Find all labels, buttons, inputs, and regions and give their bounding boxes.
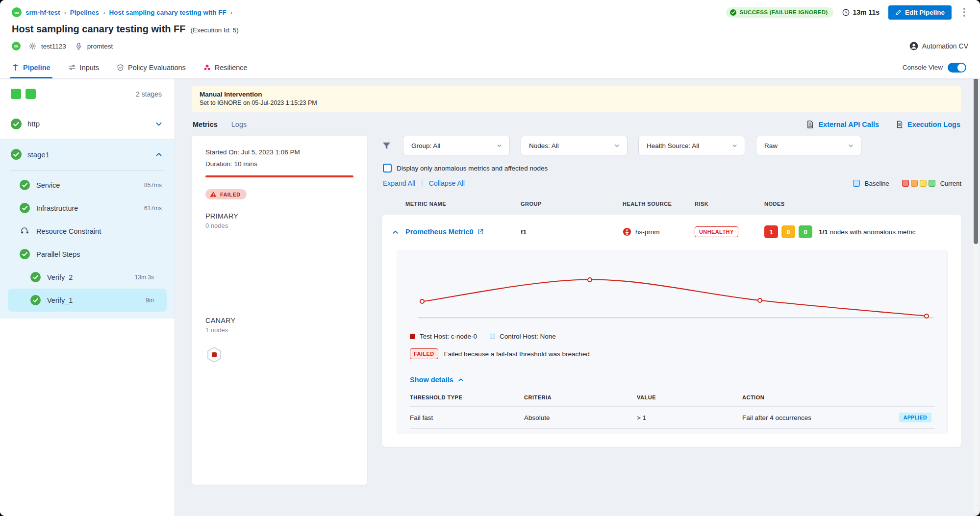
started-on: Started On: Jul 5, 2023 1:06 PM [205,148,353,156]
data-point-marker[interactable] [924,314,929,319]
sidebar-step-verify-2[interactable]: Verify_2 13m 3s [8,266,167,289]
health-source-filter-dropdown[interactable]: Health Source: All [638,136,745,155]
svg-text:API: API [808,125,812,128]
vertical-scrollbar[interactable] [973,74,979,513]
baseline-legend-label: Baseline [865,180,889,187]
metric-row-card: Prometheus Metric0 f1 hs-prom UNHEALTHY … [382,215,961,447]
current-legend-swatch-green [929,180,935,187]
metrics-analysis-panel: Group: All Nodes: All Health Source: All [382,136,961,447]
collapse-row-chevron-up-icon[interactable] [392,228,399,236]
breadcrumb-pipelines[interactable]: Pipelines [70,9,99,16]
breadcrumb-pipeline-name[interactable]: Host sampling canary testing with FF [109,9,226,16]
column-risk: RISK [695,201,764,207]
metric-health-source: hs-prom [623,227,695,236]
current-legend-swatch-red [902,180,909,187]
manual-intervention-banner: Manual Intervention Set to IGNORE on 05-… [192,86,961,112]
pencil-icon [895,9,902,16]
chart-color-legend: Baseline Current [853,180,961,187]
sidebar-step-verify-1[interactable]: Verify_1 9m [8,289,167,312]
api-document-icon: API [806,120,814,129]
breadcrumb-project[interactable]: srm-hf-test [25,9,60,16]
chevron-down-icon [496,143,503,149]
monitored-service-icon [75,42,82,50]
th-col-criteria: CRITERIA [524,394,637,406]
canary-node-count: 1 nodes [205,326,353,334]
sidebar-step-resource-constraint[interactable]: Resource Constraint [0,220,175,243]
resource-constraint-icon [20,226,30,236]
column-nodes: NODES [764,201,961,207]
show-details-toggle[interactable]: Show details [410,376,934,384]
sidebar-step-infrastructure[interactable]: Infrastructure 617ms [0,197,175,220]
data-point-marker[interactable] [587,277,592,282]
execution-logs-link[interactable]: Execution Logs [896,120,960,129]
service-name[interactable]: test1123 [41,43,66,50]
success-check-icon [30,272,41,282]
step-duration: 13m 3s [135,274,154,281]
metric-group: f1 [521,228,623,236]
app-window: ∞ srm-hf-test › Pipelines › Host samplin… [0,0,980,516]
harness-logo-icon: ∞ [12,7,22,17]
breadcrumb: ∞ srm-hf-test › Pipelines › Host samplin… [12,7,232,17]
shield-check-icon [117,64,124,72]
chevron-up-icon[interactable] [155,150,163,158]
prometheus-icon [623,227,631,236]
collapse-all-link[interactable]: Collapse All [429,179,465,187]
threshold-row: Fail fast Absolute > 1 Fail after 4 occu… [410,406,934,429]
console-view-toggle[interactable] [948,63,966,73]
threshold-criteria: Absolute [524,414,637,421]
warning-node-count-badge: 0 [781,225,795,238]
banner-text: Set to IGNORE on 05-Jul-2023 1:15:23 PM [200,99,954,106]
data-point-marker[interactable] [420,299,425,304]
more-options-menu-icon[interactable] [960,6,968,19]
current-legend-swatch-yellow [920,180,927,187]
primary-node-count: 0 nodes [205,222,353,229]
data-point-marker[interactable] [757,298,762,303]
metric-timeseries-chart [410,265,934,323]
tab-resilience[interactable]: Resilience [203,56,248,78]
page-header: ∞ srm-hf-test › Pipelines › Host samplin… [0,0,980,56]
verification-duration: Duration: 10 mins [205,160,353,168]
th-col-value: VALUE [637,394,742,406]
verification-status-badge: FAILED [205,189,247,199]
view-mode-dropdown[interactable]: Raw [756,136,861,155]
pipeline-tabs: Pipeline Inputs Policy Evaluations Resil… [0,56,980,79]
chevron-down-icon [731,143,738,149]
success-check-icon [30,295,41,305]
sidebar-step-parallel-steps[interactable]: Parallel Steps [0,243,175,266]
metric-detail-panel: Test Host: c-node-0 Control Host: None F… [397,250,948,434]
sidebar-stage-stage1[interactable]: stage1 [0,140,175,169]
sidebar-step-service[interactable]: Service 857ms [0,173,175,197]
tab-policy-evaluations[interactable]: Policy Evaluations [117,56,186,78]
chevron-down-icon[interactable] [155,120,163,128]
column-metric-name: METRIC NAME [405,201,521,207]
external-api-calls-link[interactable]: API External API Calls [806,120,879,129]
edit-pipeline-button[interactable]: Edit Pipeline [888,5,952,20]
tab-pipeline[interactable]: Pipeline [12,56,50,78]
clock-icon [842,9,850,16]
nodes-filter-dropdown[interactable]: Nodes: All [521,136,628,155]
scrollbar-thumb[interactable] [974,74,978,244]
metric-name-link[interactable]: Prometheus Metric0 [405,228,521,236]
anomalous-only-label[interactable]: Display only anomalous metrics and affec… [397,165,548,172]
expand-all-link[interactable]: Expand All [383,179,415,187]
sidebar-stage-http[interactable]: http [0,108,175,140]
tab-inputs[interactable]: Inputs [68,56,100,78]
threshold-value: > 1 [637,414,742,421]
metric-row[interactable]: Prometheus Metric0 f1 hs-prom UNHEALTHY … [382,215,961,248]
monitored-service-name[interactable]: promtest [87,43,113,50]
chevron-up-icon [457,376,464,383]
check-circle-icon [730,9,736,16]
canary-node-hexagon-icon[interactable] [205,345,223,364]
subtab-metrics[interactable]: Metrics [193,121,218,128]
threshold-action: Fail after 4 occurrences [742,414,811,421]
canary-group-label: CANARY [205,317,353,324]
current-legend-label: Current [940,180,961,187]
subtab-logs[interactable]: Logs [231,121,247,128]
success-check-icon [11,119,22,129]
anomalous-only-checkbox[interactable] [383,164,392,172]
threshold-table: THRESHOLD TYPE CRITERIA VALUE ACTION Fai… [410,394,934,429]
group-filter-dropdown[interactable]: Group: All [403,136,510,155]
filter-funnel-icon[interactable] [382,141,391,150]
success-check-icon [20,203,30,213]
chevron-down-icon [848,143,854,149]
